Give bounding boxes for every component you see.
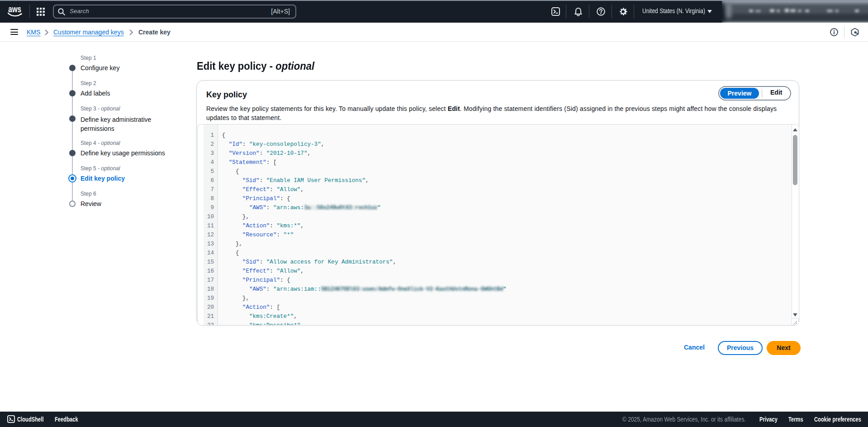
svg-text:aws: aws <box>8 4 21 14</box>
